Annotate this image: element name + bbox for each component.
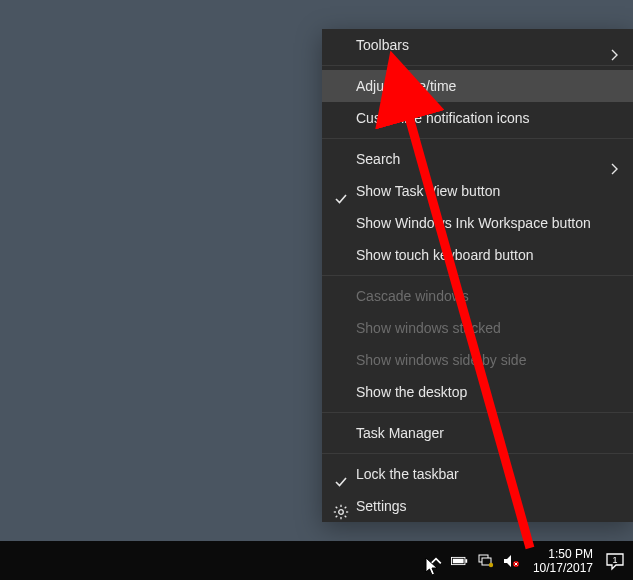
menu-separator xyxy=(322,275,633,276)
menu-item-label: Show the desktop xyxy=(356,384,467,400)
menu-item-label: Adjust date/time xyxy=(356,78,456,94)
volume-icon[interactable] xyxy=(503,552,521,570)
menu-separator xyxy=(322,453,633,454)
menu-separator xyxy=(322,65,633,66)
menu-item-label: Search xyxy=(356,151,400,167)
taskbar-context-menu: ToolbarsAdjust date/timeCustomize notifi… xyxy=(322,29,633,522)
svg-line-5 xyxy=(336,507,338,509)
svg-line-8 xyxy=(345,507,347,509)
menu-item-show-task-view-button[interactable]: Show Task View button xyxy=(322,175,633,207)
menu-item-show-touch-keyboard-button[interactable]: Show touch keyboard button xyxy=(322,239,633,271)
menu-separator xyxy=(322,412,633,413)
taskbar-clock[interactable]: 1:50 PM 10/17/2017 xyxy=(533,547,593,575)
menu-item-label: Customize notification icons xyxy=(356,110,530,126)
menu-item-settings[interactable]: Settings xyxy=(322,490,633,522)
system-tray: 1:50 PM 10/17/2017 1 xyxy=(425,541,633,580)
action-center-icon[interactable]: 1 xyxy=(603,549,627,573)
menu-item-label: Show Task View button xyxy=(356,183,500,199)
network-icon[interactable] xyxy=(477,552,495,570)
chevron-right-icon xyxy=(611,154,619,166)
chevron-right-icon xyxy=(611,40,619,52)
menu-item-show-the-desktop[interactable]: Show the desktop xyxy=(322,376,633,408)
menu-item-show-windows-ink-workspace-button[interactable]: Show Windows Ink Workspace button xyxy=(322,207,633,239)
clock-time: 1:50 PM xyxy=(533,547,593,561)
svg-text:1: 1 xyxy=(612,555,617,565)
menu-item-show-windows-stacked: Show windows stacked xyxy=(322,312,633,344)
check-icon xyxy=(334,468,348,482)
check-icon xyxy=(334,185,348,199)
menu-item-label: Show windows stacked xyxy=(356,320,501,336)
battery-icon[interactable] xyxy=(451,552,469,570)
menu-item-label: Toolbars xyxy=(356,37,409,53)
svg-point-0 xyxy=(339,510,344,515)
menu-item-label: Show Windows Ink Workspace button xyxy=(356,215,591,231)
menu-item-customize-notification-icons[interactable]: Customize notification icons xyxy=(322,102,633,134)
menu-separator xyxy=(322,138,633,139)
menu-item-label: Show touch keyboard button xyxy=(356,247,533,263)
gear-icon xyxy=(333,499,349,515)
menu-item-label: Lock the taskbar xyxy=(356,466,459,482)
menu-item-show-windows-side-by-side: Show windows side by side xyxy=(322,344,633,376)
menu-item-search[interactable]: Search xyxy=(322,143,633,175)
menu-item-lock-the-taskbar[interactable]: Lock the taskbar xyxy=(322,458,633,490)
menu-item-adjust-date-time[interactable]: Adjust date/time xyxy=(322,70,633,102)
tray-overflow-icon[interactable] xyxy=(429,554,443,568)
svg-rect-11 xyxy=(453,558,464,563)
menu-item-label: Cascade windows xyxy=(356,288,469,304)
menu-item-label: Settings xyxy=(356,498,407,514)
svg-line-6 xyxy=(345,516,347,518)
menu-item-label: Task Manager xyxy=(356,425,444,441)
clock-date: 10/17/2017 xyxy=(533,561,593,575)
menu-item-task-manager[interactable]: Task Manager xyxy=(322,417,633,449)
menu-item-label: Show windows side by side xyxy=(356,352,526,368)
taskbar[interactable]: 1:50 PM 10/17/2017 1 xyxy=(0,541,633,580)
menu-item-cascade-windows: Cascade windows xyxy=(322,280,633,312)
svg-rect-10 xyxy=(465,559,467,563)
menu-item-toolbars[interactable]: Toolbars xyxy=(322,29,633,61)
svg-line-7 xyxy=(336,516,338,518)
svg-point-14 xyxy=(489,562,493,566)
